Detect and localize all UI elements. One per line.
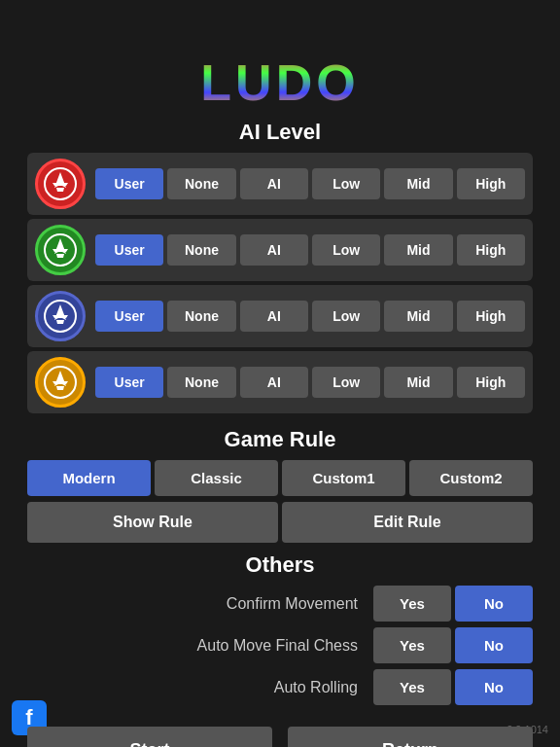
app-title: LUDO [200,53,359,112]
toggle-2-yes[interactable]: Yes [373,669,451,705]
player-blue-btn-low[interactable]: Low [312,301,380,332]
rule-btn-classic[interactable]: Classic [155,460,278,496]
player-row-blue: UserNoneAILowMidHigh [27,285,533,347]
player-yellow-btn-none[interactable]: None [167,367,235,398]
player-red-btn-none[interactable]: None [167,168,235,199]
player-yellow-btn-high[interactable]: High [457,367,525,398]
player-icon-green [35,225,86,275]
player-yellow-btn-user[interactable]: User [95,367,163,398]
toggle-0-no[interactable]: No [455,586,533,622]
player-blue-btn-ai[interactable]: AI [240,301,308,332]
show-rule-button[interactable]: Show Rule [27,502,278,543]
player-row-yellow: UserNoneAILowMidHigh [27,351,533,413]
player-red-btn-high[interactable]: High [457,168,525,199]
player-green-btn-mid[interactable]: Mid [384,234,452,266]
player-green-btn-none[interactable]: None [167,234,235,266]
player-row-red: UserNoneAILowMidHigh [27,153,533,215]
toggle-2-no[interactable]: No [455,669,533,705]
player-green-btn-high[interactable]: High [457,234,525,266]
rule-btn-custom2[interactable]: Custom2 [409,460,533,496]
game-rule-title: Game Rule [27,427,533,452]
player-blue-btn-high[interactable]: High [457,301,525,332]
player-yellow-btn-mid[interactable]: Mid [384,367,452,398]
toggle-label-1: Auto Move Final Chess [27,637,373,655]
player-blue-btn-none[interactable]: None [167,301,235,332]
toggle-0-yes[interactable]: Yes [373,586,451,622]
toggle-label-0: Confirm Movement [27,595,373,613]
player-blue-btn-mid[interactable]: Mid [384,301,452,332]
toggle-row-1: Auto Move Final ChessYesNo [27,627,533,663]
player-red-btn-user[interactable]: User [95,168,163,199]
player-icon-red [35,159,86,209]
edit-rule-button[interactable]: Edit Rule [282,502,533,543]
player-red-btn-mid[interactable]: Mid [384,168,452,199]
player-red-btn-low[interactable]: Low [312,168,380,199]
toggle-label-2: Auto Rolling [27,679,373,696]
toggle-row-2: Auto RollingYesNo [27,669,533,705]
player-green-btn-low[interactable]: Low [312,234,380,266]
player-green-btn-ai[interactable]: AI [240,234,308,266]
ai-level-title: AI Level [239,120,321,145]
player-icon-blue [35,291,86,341]
return-button[interactable]: Return [288,727,533,747]
player-icon-yellow [35,357,86,408]
rule-btn-modern[interactable]: Modern [27,460,151,496]
player-red-btn-ai[interactable]: AI [240,168,308,199]
player-row-green: UserNoneAILowMidHigh [27,219,533,281]
player-green-btn-user[interactable]: User [95,234,163,266]
player-yellow-btn-ai[interactable]: AI [240,367,308,398]
rule-btn-custom1[interactable]: Custom1 [282,460,405,496]
others-title: Others [27,552,533,578]
player-blue-btn-user[interactable]: User [95,301,163,332]
start-button[interactable]: Start [27,727,272,747]
toggle-row-0: Confirm MovementYesNo [27,586,533,622]
toggle-1-yes[interactable]: Yes [373,627,451,663]
toggle-1-no[interactable]: No [455,627,533,663]
player-yellow-btn-low[interactable]: Low [312,367,380,398]
